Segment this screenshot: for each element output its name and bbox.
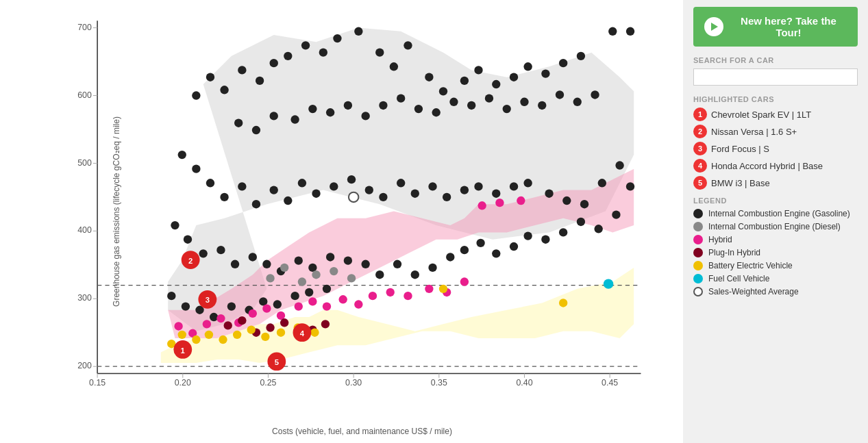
legend-dot-plugin [693,248,703,257]
svg-point-76 [428,182,436,190]
svg-point-153 [330,267,338,275]
svg-point-64 [238,182,246,190]
legend-label-hybrid: Hybrid [708,235,732,244]
svg-point-134 [344,101,352,110]
svg-point-100 [344,256,352,264]
svg-point-152 [312,270,320,279]
legend-dot-gasoline [693,209,703,218]
svg-point-49 [439,87,447,95]
svg-point-45 [375,48,384,56]
svg-point-150 [280,264,288,272]
svg-point-97 [295,256,303,264]
svg-point-41 [301,41,310,49]
svg-point-135 [361,112,369,120]
svg-point-72 [365,186,373,194]
svg-point-56 [559,59,567,67]
legend-item-plugin: Plug-In Hybrid [693,248,858,257]
legend-dot-hybrid [693,235,703,244]
legend-label-bev: Battery Electric Vehicle [708,261,793,270]
svg-point-34 [192,91,200,99]
svg-point-120 [210,313,218,321]
search-section-title: SEARCH FOR A CAR [693,56,858,64]
svg-point-54 [523,62,532,71]
svg-point-114 [577,218,585,226]
chart-area: Greenhouse gas emissions (lifecycle gCO₂… [0,0,683,443]
svg-point-112 [541,236,549,244]
car-item-3[interactable]: 3 Ford Focus | S [693,142,858,155]
svg-point-197 [559,299,567,307]
svg-point-109 [492,249,500,257]
svg-point-145 [538,101,546,110]
svg-point-83 [545,190,553,198]
svg-point-138 [414,105,423,113]
svg-point-59 [626,27,634,36]
svg-point-126 [305,288,313,296]
search-input[interactable] [693,68,858,86]
svg-point-95 [262,260,271,268]
legend-label-fuelcell: Fuel Cell Vehicle [708,274,769,283]
car-item-1[interactable]: 1 Chevrolet Spark EV | 1LT [693,107,858,121]
svg-point-82 [523,179,532,187]
svg-point-169 [386,288,395,296]
svg-text:500: 500 [77,158,92,168]
svg-point-46 [390,62,398,71]
svg-point-70 [330,182,338,190]
car-label-5: BMW i3 | Base [711,178,770,188]
svg-point-80 [492,190,500,198]
svg-point-81 [510,182,518,190]
svg-point-184 [321,320,330,328]
svg-point-79 [474,182,482,190]
svg-point-74 [397,179,405,187]
svg-text:5: 5 [275,358,279,366]
svg-point-39 [270,59,278,67]
svg-text:1: 1 [181,346,185,355]
svg-text:3: 3 [206,296,210,304]
svg-point-84 [562,197,571,205]
svg-point-124 [273,300,282,308]
svg-point-47 [404,41,412,49]
svg-point-115 [594,225,602,233]
svg-point-62 [206,179,214,187]
svg-point-178 [238,316,246,325]
svg-point-186 [178,331,186,339]
svg-point-136 [379,101,387,110]
svg-point-117 [167,292,175,300]
svg-point-94 [249,253,257,261]
svg-text:0.15: 0.15 [89,378,106,388]
svg-point-163 [295,302,303,310]
tour-button[interactable]: New here? Take the Tour! [693,7,858,47]
car-item-2[interactable]: 2 Nissan Versa | 1.6 S+ [693,125,858,138]
svg-point-42 [319,48,327,56]
svg-point-69 [312,190,320,198]
svg-point-107 [460,246,469,254]
svg-point-199 [349,192,358,202]
svg-point-113 [559,228,567,236]
svg-point-193 [277,329,285,337]
legend-item-fuelcell: Fuel Cell Vehicle [693,274,858,283]
play-icon [704,17,723,36]
car-label-1: Chevrolet Spark EV | 1LT [711,110,811,120]
svg-point-128 [234,119,243,127]
svg-point-171 [425,285,433,293]
svg-point-187 [192,336,200,344]
legend-dot-bev [693,261,703,270]
svg-point-190 [233,331,241,339]
svg-text:0.40: 0.40 [516,378,532,388]
svg-point-102 [375,270,384,279]
svg-text:0.45: 0.45 [602,378,618,388]
car-item-4[interactable]: 4 Honda Accord Hybrid | Base [693,159,858,173]
legend-item-bev: Battery Electric Vehicle [693,261,858,270]
svg-point-191 [247,325,256,333]
svg-point-93 [231,260,239,268]
car-item-5[interactable]: 5 BMW i3 | Base [693,176,858,190]
svg-point-154 [347,274,356,282]
x-axis-label: Costs (vehicle, fuel, and maintenance US… [272,427,452,436]
svg-point-58 [608,27,617,36]
svg-point-164 [308,297,317,305]
svg-point-35 [206,73,214,81]
svg-text:700: 700 [77,23,92,32]
svg-text:200: 200 [77,361,92,370]
svg-point-165 [323,302,331,310]
svg-point-77 [443,193,451,201]
svg-point-118 [182,302,190,310]
